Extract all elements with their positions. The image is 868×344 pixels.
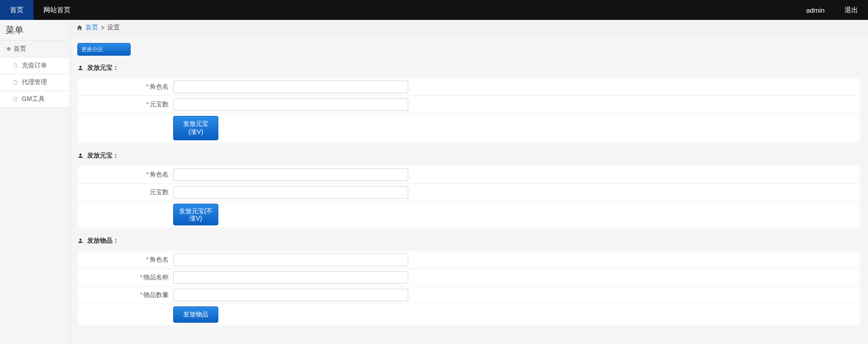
- form-input-cell: [173, 253, 408, 266]
- section-title-yuanbao-nov: 发放元宝：: [77, 152, 861, 160]
- form-input-cell: [173, 186, 408, 199]
- form-row: 元宝数: [78, 184, 860, 201]
- tab-home-label: 首页: [10, 6, 24, 14]
- form-label: 物品名称: [143, 273, 169, 281]
- form-input-cell: [173, 98, 408, 111]
- form-input-cell: [173, 81, 408, 93]
- file-icon: [13, 62, 18, 69]
- form-label: 元宝数: [150, 100, 169, 108]
- grant-item-label: 发放物品: [183, 311, 208, 318]
- user-link-label: admin: [806, 6, 825, 14]
- required-mark: *: [146, 171, 149, 178]
- grant-yuanbao-nov-label: 发放元宝(不涨V): [179, 207, 213, 222]
- grant-yuanbao-v-label: 发放元宝(涨V): [183, 120, 208, 135]
- required-mark: *: [146, 100, 149, 108]
- sidebar-item-agent[interactable]: 代理管理: [0, 74, 70, 91]
- form-row: *角色名: [78, 78, 860, 96]
- user-link[interactable]: admin: [796, 0, 835, 20]
- form-row-submit: 发放元宝(涨V): [78, 114, 860, 143]
- form-row-submit: 发放元宝(不涨V): [78, 201, 860, 228]
- file-icon: [13, 96, 18, 102]
- sidebar-menu-head-home[interactable]: 首页: [0, 41, 70, 57]
- role-name-input[interactable]: [173, 168, 408, 181]
- topbar-spacer: [80, 0, 796, 20]
- form-label-cell: *物品名称: [83, 273, 173, 282]
- breadcrumb-current: 设置: [107, 24, 120, 32]
- gear-icon: [5, 46, 11, 52]
- section-title-text: 发放物品：: [87, 237, 119, 245]
- form-label-cell: *角色名: [83, 171, 173, 179]
- form-label: 角色名: [150, 83, 169, 90]
- form-input-cell: [173, 271, 408, 284]
- form-input-cell: 发放元宝(涨V): [173, 116, 218, 140]
- form-label: 角色名: [150, 171, 169, 178]
- role-name-input[interactable]: [173, 253, 408, 266]
- sidebar-menu: 首页 充值订单 代理管理: [0, 41, 70, 108]
- form-row: *元宝数: [78, 96, 860, 114]
- page: 更换分区 发放元宝： *角色名 *元宝数: [70, 36, 868, 333]
- section-title-item: 发放物品：: [77, 237, 861, 245]
- user-icon: [77, 153, 84, 159]
- breadcrumb-sep: >: [101, 24, 104, 31]
- grant-item-button[interactable]: 发放物品: [173, 306, 218, 323]
- tab-site-home[interactable]: 网站首页: [33, 0, 80, 20]
- form-input-cell: 发放物品: [173, 306, 218, 323]
- section-title-yuanbao-v: 发放元宝：: [77, 64, 861, 72]
- form-yuanbao-nov: *角色名 元宝数 发放元宝(不涨V): [77, 165, 861, 229]
- file-icon: [13, 79, 18, 86]
- topbar: 首页 网站首页 admin 退出: [0, 0, 868, 20]
- form-label-cell: *元宝数: [83, 100, 173, 109]
- form-label-cell: *角色名: [83, 256, 173, 264]
- form-input-cell: 发放元宝(不涨V): [173, 204, 218, 225]
- grant-yuanbao-v-button[interactable]: 发放元宝(涨V): [173, 116, 218, 140]
- user-icon: [77, 238, 84, 244]
- tab-home[interactable]: 首页: [0, 0, 33, 20]
- item-count-input[interactable]: [173, 289, 408, 301]
- content: 首页 > 设置 更换分区 发放元宝： *角色名 *元宝数: [70, 20, 868, 344]
- grant-yuanbao-nov-button[interactable]: 发放元宝(不涨V): [173, 204, 218, 225]
- sidebar-menu-head-label: 首页: [14, 45, 26, 53]
- form-row: *物品名称: [78, 269, 860, 287]
- required-mark: *: [146, 256, 149, 263]
- form-row: *角色名: [78, 166, 860, 184]
- item-name-input[interactable]: [173, 271, 408, 284]
- sidebar-item-label: GM工具: [22, 95, 45, 103]
- role-name-input[interactable]: [173, 81, 408, 93]
- home-icon: [76, 24, 83, 31]
- form-label: 角色名: [150, 256, 169, 263]
- sidebar: 菜单 首页 充值订单 代理管理: [0, 20, 70, 344]
- required-mark: *: [146, 83, 149, 90]
- form-label: 物品数量: [143, 291, 169, 298]
- logout-link[interactable]: 退出: [835, 0, 868, 20]
- user-icon: [77, 65, 84, 71]
- breadcrumb: 首页 > 设置: [70, 20, 868, 36]
- form-row: *物品数量: [78, 287, 860, 304]
- sidebar-item-recharge[interactable]: 充值订单: [0, 57, 70, 74]
- form-label-cell: *角色名: [83, 83, 173, 91]
- form-row: *角色名: [78, 251, 860, 269]
- section-title-text: 发放元宝：: [87, 64, 119, 72]
- layout: 菜单 首页 充值订单 代理管理: [0, 20, 868, 344]
- form-input-cell: [173, 289, 408, 301]
- section-title-text: 发放元宝：: [87, 152, 119, 160]
- form-item: *角色名 *物品名称 *物品数量 发放物品: [77, 250, 861, 326]
- logout-link-label: 退出: [844, 6, 858, 14]
- yuanbao-amount-input[interactable]: [173, 186, 408, 199]
- sidebar-item-label: 代理管理: [22, 78, 47, 86]
- required-mark: *: [140, 273, 142, 281]
- form-label-cell: *物品数量: [83, 291, 173, 299]
- form-yuanbao-v: *角色名 *元宝数 发放元宝(涨V): [77, 77, 861, 143]
- sidebar-item-gm-tools[interactable]: GM工具: [0, 91, 70, 108]
- sidebar-title: 菜单: [0, 20, 70, 41]
- form-label: 元宝数: [150, 188, 169, 196]
- tab-site-home-label: 网站首页: [43, 6, 71, 14]
- yuanbao-amount-input[interactable]: [173, 98, 408, 111]
- required-mark: *: [140, 291, 142, 298]
- form-label-cell: 元宝数: [83, 188, 173, 196]
- breadcrumb-home-link[interactable]: 首页: [85, 24, 98, 32]
- sidebar-item-label: 充值订单: [22, 62, 47, 70]
- form-row-submit: 发放物品: [78, 304, 860, 325]
- change-partition-label: 更换分区: [81, 46, 103, 53]
- form-input-cell: [173, 168, 408, 181]
- change-partition-button[interactable]: 更换分区: [77, 43, 131, 56]
